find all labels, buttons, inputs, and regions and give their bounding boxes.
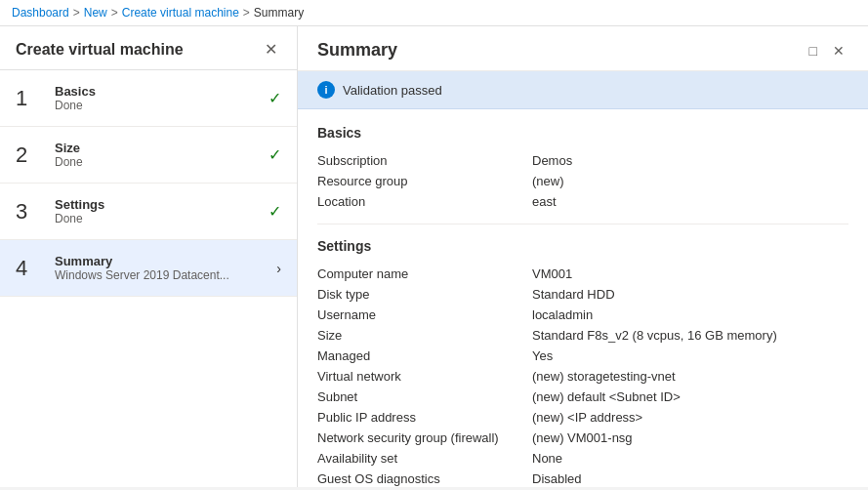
- value-disk-type: Standard HDD: [532, 287, 848, 302]
- step-status-1: Done: [55, 99, 269, 112]
- step-status-2: Done: [55, 155, 269, 169]
- row-guest-os: Guest OS diagnostics Disabled: [317, 469, 848, 487]
- close-button[interactable]: ✕: [261, 40, 281, 60]
- section-title-settings: Settings: [317, 238, 848, 254]
- step-content-3: Settings Done: [55, 197, 269, 225]
- left-panel-header: Create virtual machine ✕: [0, 26, 297, 70]
- step-number-3: 3: [16, 199, 45, 225]
- label-location: Location: [317, 194, 532, 209]
- row-location: Location east: [317, 191, 848, 212]
- breadcrumb-sep-2: >: [111, 6, 118, 20]
- step-check-3: ✓: [269, 202, 281, 221]
- label-size: Size: [317, 328, 532, 343]
- value-availability-set: None: [532, 451, 848, 466]
- label-disk-type: Disk type: [317, 287, 532, 302]
- breadcrumb: Dashboard > New > Create virtual machine…: [0, 0, 868, 26]
- right-panel: Summary □ ✕ i Validation passed Basics S…: [298, 26, 868, 487]
- row-virtual-network: Virtual network (new) storagetesting-vne…: [317, 366, 848, 387]
- step-number-1: 1: [16, 86, 45, 111]
- breadcrumb-create-vm[interactable]: Create virtual machine: [122, 6, 239, 20]
- label-resource-group: Resource group: [317, 174, 532, 188]
- row-resource-group: Resource group (new): [317, 171, 848, 191]
- step-number-4: 4: [16, 256, 45, 281]
- step-item-settings[interactable]: 3 Settings Done ✓: [0, 184, 297, 240]
- row-nsg: Network security group (firewall) (new) …: [317, 428, 848, 448]
- step-name-4: Summary: [55, 254, 276, 268]
- value-virtual-network: (new) storagetesting-vnet: [532, 369, 848, 384]
- value-resource-group: (new): [532, 174, 848, 188]
- value-nsg: (new) VM001-nsg: [532, 430, 848, 445]
- right-panel-header: Summary □ ✕: [298, 26, 868, 71]
- step-name-2: Size: [55, 141, 269, 155]
- validation-text: Validation passed: [343, 83, 442, 98]
- step-name-3: Settings: [55, 197, 269, 212]
- label-computer-name: Computer name: [317, 266, 532, 281]
- label-virtual-network: Virtual network: [317, 369, 532, 384]
- label-managed: Managed: [317, 348, 532, 363]
- value-subnet: (new) default <Subnet ID>: [532, 389, 848, 404]
- step-check-2: ✓: [269, 145, 281, 164]
- breadcrumb-summary: Summary: [254, 6, 304, 20]
- section-title-basics: Basics: [317, 125, 848, 141]
- row-availability-set: Availability set None: [317, 448, 848, 469]
- validation-banner: i Validation passed: [298, 71, 868, 109]
- step-item-size[interactable]: 2 Size Done ✓: [0, 127, 297, 184]
- value-guest-os: Disabled: [532, 471, 848, 486]
- validation-icon: i: [317, 81, 335, 99]
- left-panel-title: Create virtual machine: [16, 41, 184, 59]
- row-size: Size Standard F8s_v2 (8 vcpus, 16 GB mem…: [317, 325, 848, 346]
- value-computer-name: VM001: [532, 266, 848, 281]
- left-panel: Create virtual machine ✕ 1 Basics Done ✓…: [0, 26, 298, 487]
- value-size: Standard F8s_v2 (8 vcpus, 16 GB memory): [532, 328, 848, 343]
- label-nsg: Network security group (firewall): [317, 430, 532, 445]
- step-item-basics[interactable]: 1 Basics Done ✓: [0, 70, 297, 127]
- row-username: Username localadmin: [317, 305, 848, 325]
- step-content-2: Size Done: [55, 141, 269, 169]
- step-status-3: Done: [55, 212, 269, 225]
- breadcrumb-new[interactable]: New: [84, 6, 107, 20]
- step-number-2: 2: [16, 143, 45, 168]
- right-panel-title: Summary: [317, 40, 397, 61]
- label-public-ip: Public IP address: [317, 410, 532, 425]
- label-guest-os: Guest OS diagnostics: [317, 471, 532, 486]
- step-content-1: Basics Done: [55, 84, 269, 112]
- breadcrumb-sep-1: >: [73, 6, 80, 20]
- breadcrumb-dashboard[interactable]: Dashboard: [12, 6, 69, 20]
- row-managed: Managed Yes: [317, 346, 848, 366]
- minimize-button[interactable]: □: [806, 41, 821, 61]
- step-status-4: Windows Server 2019 Datacent...: [55, 268, 276, 282]
- row-public-ip: Public IP address (new) <IP address>: [317, 407, 848, 428]
- summary-content: Basics Subscription Demos Resource group…: [298, 109, 868, 487]
- row-disk-type: Disk type Standard HDD: [317, 284, 848, 305]
- main-container: Create virtual machine ✕ 1 Basics Done ✓…: [0, 26, 868, 487]
- label-username: Username: [317, 307, 532, 322]
- value-subscription: Demos: [532, 153, 848, 168]
- step-check-1: ✓: [269, 89, 281, 107]
- chevron-icon-4: ›: [276, 261, 281, 276]
- step-content-4: Summary Windows Server 2019 Datacent...: [55, 254, 276, 282]
- value-username: localadmin: [532, 307, 848, 322]
- label-availability-set: Availability set: [317, 451, 532, 466]
- value-location: east: [532, 194, 848, 209]
- row-subnet: Subnet (new) default <Subnet ID>: [317, 387, 848, 407]
- breadcrumb-sep-3: >: [243, 6, 250, 20]
- label-subscription: Subscription: [317, 153, 532, 168]
- step-item-summary[interactable]: 4 Summary Windows Server 2019 Datacent..…: [0, 240, 297, 297]
- close-panel-button[interactable]: ✕: [829, 41, 848, 61]
- value-managed: Yes: [532, 348, 848, 363]
- row-subscription: Subscription Demos: [317, 150, 848, 171]
- value-public-ip: (new) <IP address>: [532, 410, 848, 425]
- label-subnet: Subnet: [317, 389, 532, 404]
- section-divider: [317, 224, 848, 225]
- window-controls: □ ✕: [806, 41, 848, 61]
- row-computer-name: Computer name VM001: [317, 264, 848, 284]
- step-name-1: Basics: [55, 84, 269, 99]
